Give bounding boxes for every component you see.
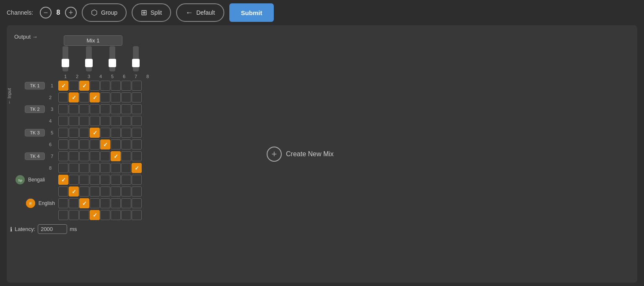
slider-track-1[interactable] [62,46,68,71]
cb-english2-c5[interactable] [100,210,110,220]
cb-r8-c4[interactable] [90,163,100,173]
tk1-badge[interactable]: TK 1 [25,82,45,89]
cb-r7-c8[interactable] [132,151,142,161]
cb-r8-c8[interactable] [132,163,142,173]
cb-r3-c8[interactable] [132,104,142,114]
group-button[interactable]: ⬡ Group [82,3,127,22]
cb-english1-c6[interactable] [111,198,121,208]
cb-english1-c3[interactable] [79,198,89,208]
cb-r2-c3[interactable] [79,92,89,102]
tk4-badge[interactable]: TK 4 [25,152,45,160]
cb-r4-c4[interactable] [90,116,100,126]
cb-r1-c4[interactable] [90,81,100,91]
slider-thumb-2[interactable] [85,59,93,67]
cb-r5-c6[interactable] [111,128,121,138]
slider-track-3[interactable] [109,46,115,71]
cb-r3-c1[interactable] [58,104,68,114]
cb-bengali1-c4[interactable] [90,175,100,185]
cb-r8-c1[interactable] [58,163,68,173]
cb-bengali2-c4[interactable] [90,186,100,197]
cb-r2-c6[interactable] [111,92,121,102]
cb-bengali2-c3[interactable] [79,186,89,197]
cb-bengali2-c5[interactable] [100,186,110,197]
cb-r6-c7[interactable] [121,139,131,150]
cb-r3-c5[interactable] [100,104,110,114]
cb-english2-c2[interactable] [69,210,79,220]
slider-thumb-4[interactable] [132,59,140,67]
cb-r8-c7[interactable] [121,163,131,173]
cb-bengali2-c2[interactable] [69,186,79,197]
cb-english2-c1[interactable] [58,210,68,220]
cb-bengali2-c8[interactable] [132,186,142,197]
cb-r1-c8[interactable] [132,81,142,91]
cb-r4-c3[interactable] [79,116,89,126]
cb-r3-c7[interactable] [121,104,131,114]
split-button[interactable]: ⊞ Split [132,3,171,22]
cb-r7-c2[interactable] [69,151,79,161]
slider-thumb-3[interactable] [109,59,116,67]
cb-bengali2-c6[interactable] [111,186,121,197]
cb-r4-c2[interactable] [69,116,79,126]
cb-bengali1-c7[interactable] [121,175,131,185]
cb-english2-c4[interactable] [90,210,100,220]
cb-r2-c1[interactable] [58,92,68,102]
latency-input[interactable] [38,224,67,234]
cb-r1-c3[interactable] [79,81,89,91]
cb-english1-c8[interactable] [132,198,142,208]
cb-r5-c7[interactable] [121,128,131,138]
cb-r4-c5[interactable] [100,116,110,126]
cb-english1-c4[interactable] [90,198,100,208]
cb-bengali1-c8[interactable] [132,175,142,185]
submit-button[interactable]: Submit [229,3,274,22]
cb-r8-c2[interactable] [69,163,79,173]
cb-r6-c8[interactable] [132,139,142,150]
cb-r5-c8[interactable] [132,128,142,138]
cb-r1-c5[interactable] [100,81,110,91]
cb-r5-c2[interactable] [69,128,79,138]
cb-r4-c6[interactable] [111,116,121,126]
cb-bengali1-c5[interactable] [100,175,110,185]
cb-r8-c3[interactable] [79,163,89,173]
cb-r4-c7[interactable] [121,116,131,126]
cb-english2-c8[interactable] [132,210,142,220]
tk3-badge[interactable]: TK 3 [25,129,45,136]
cb-r1-c2[interactable] [69,81,79,91]
cb-r6-c1[interactable] [58,139,68,150]
cb-bengali2-c1[interactable] [58,186,68,197]
cb-r6-c4[interactable] [90,139,100,150]
cb-r2-c8[interactable] [132,92,142,102]
slider-thumb-1[interactable] [62,59,69,67]
cb-r8-c6[interactable] [111,163,121,173]
cb-r5-c5[interactable] [100,128,110,138]
cb-english1-c5[interactable] [100,198,110,208]
cb-r3-c3[interactable] [79,104,89,114]
cb-r2-c5[interactable] [100,92,110,102]
cb-r3-c6[interactable] [111,104,121,114]
cb-r8-c5[interactable] [100,163,110,173]
slider-track-2[interactable] [86,46,92,71]
cb-r7-c7[interactable] [121,151,131,161]
cb-bengali1-c1[interactable] [58,175,68,185]
cb-r6-c2[interactable] [69,139,79,150]
cb-r7-c3[interactable] [79,151,89,161]
cb-english1-c1[interactable] [58,198,68,208]
cb-english2-c7[interactable] [121,210,131,220]
cb-r5-c1[interactable] [58,128,68,138]
cb-r4-c1[interactable] [58,116,68,126]
increment-channel-button[interactable]: + [65,7,77,18]
cb-r2-c4[interactable] [90,92,100,102]
cb-r6-c3[interactable] [79,139,89,150]
cb-r1-c6[interactable] [111,81,121,91]
cb-r7-c1[interactable] [58,151,68,161]
cb-r2-c7[interactable] [121,92,131,102]
decrement-channel-button[interactable]: − [40,7,52,18]
cb-r1-c7[interactable] [121,81,131,91]
cb-r6-c6[interactable] [111,139,121,150]
cb-r7-c6[interactable] [111,151,121,161]
cb-bengali1-c2[interactable] [69,175,79,185]
cb-english1-c2[interactable] [69,198,79,208]
cb-r3-c2[interactable] [69,104,79,114]
cb-bengali1-c6[interactable] [111,175,121,185]
cb-r3-c4[interactable] [90,104,100,114]
cb-english2-c6[interactable] [111,210,121,220]
